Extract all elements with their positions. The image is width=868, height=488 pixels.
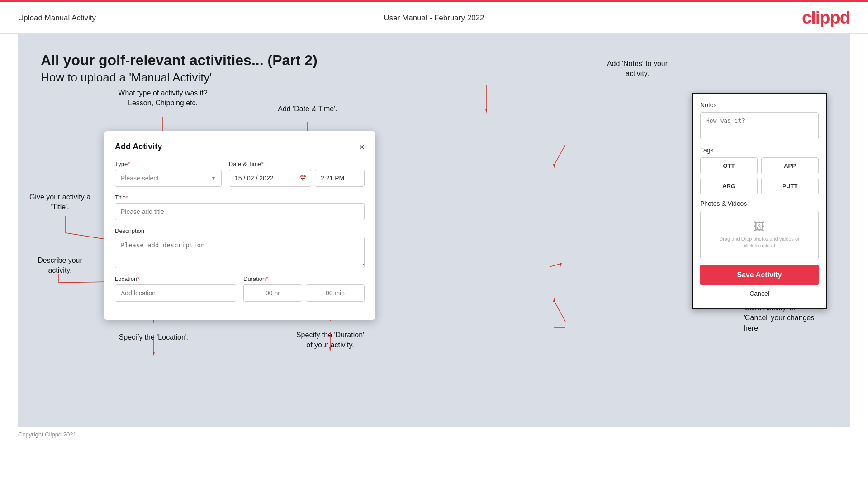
date-input-wrapper: 📅: [229, 170, 311, 187]
header-left: Upload Manual Activity: [18, 14, 96, 23]
cancel-link[interactable]: Cancel: [700, 290, 819, 301]
dialog-close-button[interactable]: ×: [359, 142, 365, 152]
header: Upload Manual Activity User Manual - Feb…: [0, 2, 868, 34]
save-activity-button[interactable]: Save Activity: [700, 265, 819, 285]
svg-marker-27: [560, 263, 562, 267]
title-input[interactable]: [115, 203, 365, 220]
svg-marker-29: [553, 297, 555, 302]
annotation-title: Give your activity a 'Title'.: [27, 192, 93, 213]
svg-line-28: [554, 301, 565, 322]
svg-marker-14: [153, 352, 155, 356]
header-center: User Manual - February 2022: [384, 14, 484, 23]
add-activity-dialog: Add Activity × Type* Please select ▼ Dat…: [104, 131, 375, 320]
annotation-duration: Specify the 'Duration' of your activity.: [276, 330, 384, 351]
tags-grid: OTT APP ARG PUTT: [700, 157, 819, 194]
photos-upload-text: Drag and Drop photos and videos or click…: [710, 236, 809, 250]
description-textarea[interactable]: [115, 237, 365, 268]
calendar-icon: 📅: [299, 175, 307, 182]
type-select[interactable]: Please select: [115, 170, 222, 187]
description-label: Description: [115, 227, 365, 234]
annotation-activity-type: What type of activity was it? Lesson, Ch…: [113, 88, 213, 109]
copyright: Copyright Clippd 2021: [18, 431, 76, 438]
tag-ott[interactable]: OTT: [700, 157, 758, 174]
svg-line-26: [550, 264, 561, 267]
datetime-label: Date & Time*: [229, 161, 365, 167]
tag-app[interactable]: APP: [761, 157, 819, 174]
tag-putt[interactable]: PUTT: [761, 178, 819, 194]
svg-line-7: [66, 233, 109, 240]
notes-textarea[interactable]: [700, 112, 819, 139]
tags-label: Tags: [700, 147, 819, 154]
annotation-datetime: Add 'Date & Time'.: [267, 104, 348, 114]
photos-upload-area[interactable]: 🖼 Drag and Drop photos and videos or cli…: [700, 211, 819, 259]
location-label: Location*: [115, 275, 236, 282]
svg-marker-23: [485, 109, 487, 114]
location-input[interactable]: [115, 284, 236, 302]
main-content: All your golf-relevant activities... (Pa…: [18, 34, 850, 427]
logo: clippd: [802, 8, 850, 28]
dialog-title: Add Activity: [115, 142, 162, 152]
time-input[interactable]: [315, 170, 365, 187]
photos-label: Photos & Videos: [700, 200, 819, 207]
annotation-notes: Add 'Notes' to your activity.: [592, 59, 683, 79]
photo-upload-icon: 🖼: [710, 220, 809, 233]
type-label: Type*: [115, 161, 222, 167]
svg-line-10: [59, 282, 109, 283]
right-panel: Notes Tags OTT APP ARG PUTT Photos & Vid…: [692, 93, 827, 309]
main-subheading: How to upload a 'Manual Activity': [41, 71, 827, 85]
svg-line-24: [554, 145, 565, 165]
duration-label: Duration*: [243, 275, 365, 282]
notes-label: Notes: [700, 101, 819, 109]
annotation-location: Specify the 'Location'.: [109, 332, 199, 342]
annotation-description: Describe your activity.: [27, 256, 93, 276]
duration-min-input[interactable]: [306, 284, 365, 302]
tag-arg[interactable]: ARG: [700, 178, 758, 194]
type-select-wrapper: Please select ▼: [115, 170, 222, 187]
svg-marker-25: [553, 164, 555, 169]
duration-hr-input[interactable]: [243, 284, 302, 302]
title-label: Title*: [115, 194, 365, 201]
footer: Copyright Clippd 2021: [0, 427, 868, 441]
main-heading: All your golf-relevant activities... (Pa…: [41, 52, 827, 69]
